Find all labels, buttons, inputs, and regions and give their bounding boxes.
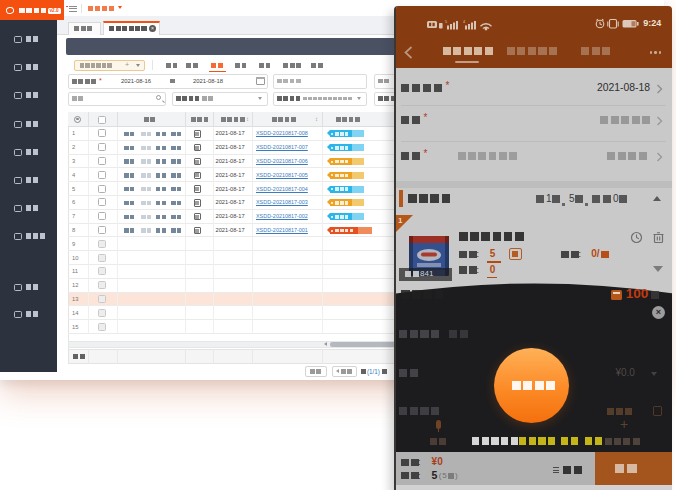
svg-text:4: 4 [463,20,465,24]
svg-text:5: 5 [445,20,447,24]
